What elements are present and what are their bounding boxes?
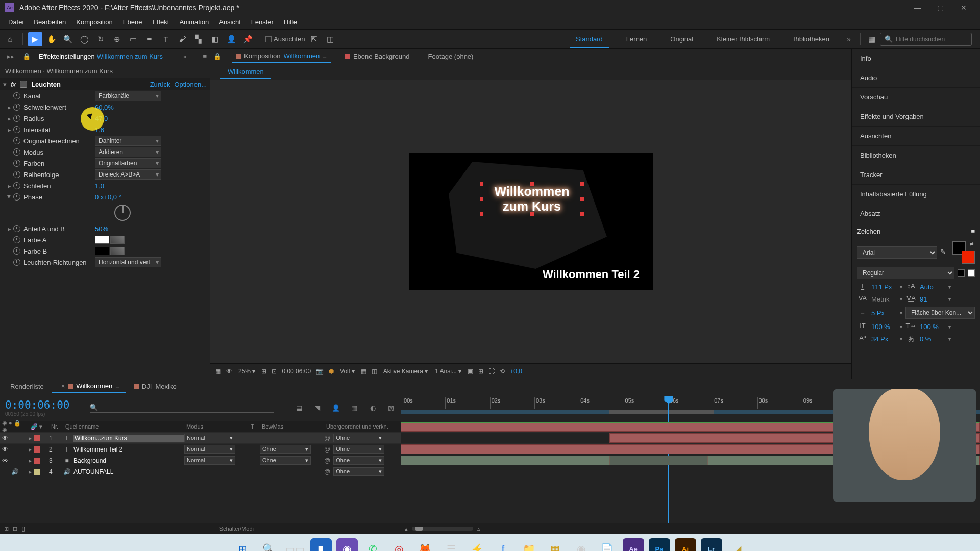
zoom-out-icon[interactable]: ▴ — [405, 525, 408, 532]
workspace-overflow-icon[interactable]: » — [842, 32, 856, 46]
prop-value-dropdown[interactable]: Farbkanäle — [95, 91, 161, 101]
taskbar-aftereffects-icon[interactable]: Ae — [623, 538, 644, 551]
roto-tool-icon[interactable]: 👤 — [224, 32, 238, 46]
leading-value[interactable]: Auto — [920, 283, 945, 291]
selection-handle[interactable] — [480, 212, 483, 216]
panel-menu-icon[interactable]: ≡ — [115, 382, 119, 390]
baseline-value[interactable]: 34 Px — [871, 335, 897, 343]
effect-options[interactable]: Optionen... — [174, 81, 207, 88]
taskbar-photoshop-icon[interactable]: Ps — [649, 538, 670, 551]
twirl-icon[interactable]: ▸ — [5, 115, 13, 122]
menu-effekt[interactable]: Effekt — [147, 16, 174, 28]
audio-icon[interactable]: 🔊 — [11, 468, 19, 475]
selection-handle[interactable] — [530, 212, 534, 216]
zoom-in-icon[interactable]: ▵ — [477, 525, 480, 532]
twirl-icon[interactable]: ▾ — [3, 81, 7, 88]
twirl-icon[interactable]: ▸ — [5, 182, 13, 190]
taskbar-whatsapp-icon[interactable]: ✆ — [362, 538, 384, 551]
eyedropper-icon[interactable] — [110, 236, 125, 244]
layer-row[interactable]: 👁 ▸ 3 ■Background Normal▾ Ohne▾ @Ohne▾ — [0, 455, 401, 466]
twirl-icon[interactable]: ▸ — [6, 193, 13, 201]
view-opt-icon[interactable]: ▣ — [468, 368, 473, 375]
menu-animation[interactable]: Animation — [174, 16, 214, 28]
start-button[interactable]: ⊞ — [232, 538, 254, 551]
visibility-icon[interactable]: 👁 — [2, 446, 8, 453]
label-color[interactable] — [34, 469, 40, 475]
anchor-tool-icon[interactable]: ⊕ — [110, 32, 124, 46]
fx-icon[interactable]: fx — [11, 81, 16, 88]
taskbar-app[interactable]: ☰ — [440, 538, 462, 551]
swap-colors-icon[interactable]: ⇄ — [970, 241, 975, 246]
menu-komposition[interactable]: Komposition — [71, 16, 118, 28]
kerning-value[interactable]: Metrik — [871, 295, 897, 303]
taskbar-app[interactable]: ◎ — [388, 538, 410, 551]
snap-opt2-icon[interactable]: ◫ — [323, 32, 337, 46]
effect-controls-tab[interactable]: Effekteinstellungen Willkommen zum Kurs — [35, 51, 167, 62]
help-search-input[interactable] — [896, 36, 967, 43]
track-matte-select[interactable]: Ohne▾ — [260, 445, 311, 454]
font-size-value[interactable]: 111 Px — [871, 283, 897, 291]
shape-tool-icon[interactable]: ▭ — [126, 32, 140, 46]
layer-row[interactable]: 👁 ▸ 1 TWillkom...zum Kurs Normal▾ @Ohne▾ — [0, 432, 401, 443]
timeline-tracks-area[interactable]: :00s01s02s03s04s05s06s07s08s09s10s11s12s… — [401, 394, 980, 534]
prop-value-dropdown[interactable]: Addieren — [95, 147, 161, 157]
col-parent[interactable]: Übergeordnet und verkn. — [324, 423, 401, 430]
exposure-value[interactable]: +0,0 — [510, 368, 522, 375]
prop-value-dropdown[interactable]: Dahinter — [95, 136, 161, 146]
stopwatch-icon[interactable] — [13, 259, 20, 266]
shy-icon[interactable]: 👤 — [331, 404, 340, 412]
taskbar-app[interactable]: ◢ — [727, 538, 748, 551]
windows-taskbar[interactable]: ⊞ 🔍 ▭▭ ▮ ◉ ✆ ◎ 🦊 ☰ ⚡ f 📁 ▦ ◉ 📄 Ae Ps Ai … — [0, 534, 980, 551]
help-search[interactable]: 🔍 — [880, 33, 972, 46]
vscale-value[interactable]: 100 % — [871, 323, 897, 331]
taskbar-messenger-icon[interactable]: ⚡ — [467, 538, 488, 551]
stopwatch-icon[interactable] — [13, 137, 20, 144]
blend-mode-select[interactable]: Normal▾ — [184, 445, 235, 454]
time-zoom-slider[interactable] — [415, 527, 423, 531]
view-opt2-icon[interactable]: ⊞ — [478, 368, 483, 375]
prop-value[interactable]: 47,0 — [95, 115, 108, 122]
workspace-standard[interactable]: Standard — [565, 30, 614, 48]
footage-tab[interactable]: Footage (ohne) — [424, 51, 478, 62]
stopwatch-icon[interactable] — [13, 126, 20, 133]
hscale-value[interactable]: 100 % — [920, 323, 945, 331]
renderer-icon[interactable]: ⟲ — [500, 368, 505, 375]
composition-flowchart-icon[interactable]: ⬓ — [295, 404, 304, 412]
snap-opt1-icon[interactable]: ⇱ — [307, 32, 321, 46]
switches-modes-label[interactable]: Schalter/Modi — [219, 525, 254, 532]
current-timecode[interactable]: 0:00:06:00 — [5, 399, 69, 411]
snapshot-icon[interactable]: 📷 — [316, 368, 324, 375]
panel-vorschau[interactable]: Vorschau — [852, 88, 980, 107]
prop-value[interactable]: 60,0% — [95, 104, 114, 111]
close-button[interactable]: ✕ — [952, 0, 975, 15]
tsume-value[interactable]: 0 % — [920, 335, 945, 343]
blend-mode-select[interactable]: Normal▾ — [184, 434, 235, 442]
timeline-tab-other[interactable]: DJI_Mexiko — [128, 381, 183, 392]
taskbar-app[interactable]: ◉ — [336, 538, 358, 551]
timeline-tab-active[interactable]: × Willkommen ≡ — [52, 380, 126, 393]
menu-hilfe[interactable]: Hilfe — [279, 16, 302, 28]
menu-bearbeiten[interactable]: Bearbeiten — [29, 16, 71, 28]
home-icon[interactable]: ⌂ — [3, 32, 17, 46]
selection-handle[interactable] — [530, 182, 534, 186]
prop-value-dropdown[interactable]: Dreieck A>B>A — [95, 169, 161, 180]
taskbar-app[interactable]: ▦ — [545, 538, 566, 551]
mask-icon[interactable]: 👁 — [226, 368, 232, 375]
effect-header[interactable]: ▾ fx Leuchten Zurück Optionen... — [0, 78, 210, 90]
canvas[interactable]: Willkommenzum Kurs Willkommen Teil 2 — [409, 153, 653, 290]
twirl-icon[interactable]: ▸ — [5, 104, 13, 111]
stopwatch-icon[interactable] — [13, 225, 20, 232]
time-navigator[interactable]: ▴ ▵ — [401, 523, 980, 534]
toggle-switches-icon[interactable]: ⊞ — [4, 525, 9, 532]
panel-inhaltsbasierte-fuellung[interactable]: Inhaltsbasierte Füllung — [852, 185, 980, 204]
panel-effekte-vorgaben[interactable]: Effekte und Vorgaben — [852, 107, 980, 127]
visibility-icon[interactable]: 👁 — [2, 457, 8, 464]
layer-tab[interactable]: Ebene Background — [341, 51, 414, 62]
stopwatch-icon[interactable] — [13, 160, 20, 167]
stopwatch-icon[interactable] — [13, 182, 20, 189]
project-tab-icon[interactable]: ▸▸ — [3, 51, 18, 62]
effect-reset[interactable]: Zurück — [150, 81, 170, 88]
stopwatch-icon[interactable] — [13, 171, 20, 178]
taskbar-firefox-icon[interactable]: 🦊 — [414, 538, 436, 551]
panel-info[interactable]: Info — [852, 49, 980, 68]
